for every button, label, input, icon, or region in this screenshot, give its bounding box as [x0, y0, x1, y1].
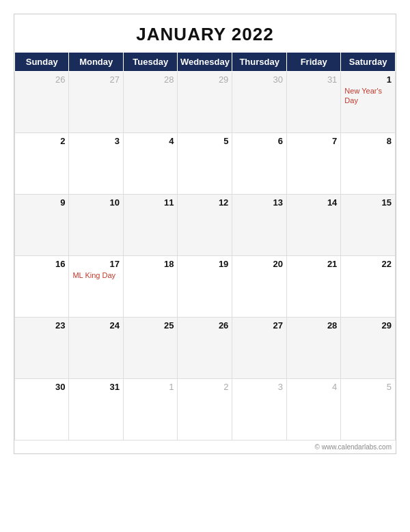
- day-number: 31: [72, 382, 120, 392]
- calendar-day: 23: [15, 318, 69, 379]
- calendar-day: 8: [341, 133, 396, 195]
- day-number: 14: [290, 197, 337, 208]
- day-number: 5: [181, 136, 228, 146]
- calendar-day: 31: [69, 379, 124, 440]
- calendar-day: 12: [178, 195, 232, 256]
- week-row-0: 2627282930311New Year's Day: [15, 72, 396, 133]
- day-number: 3: [236, 382, 283, 392]
- day-number: 12: [181, 197, 228, 208]
- calendar-day: 10: [69, 195, 124, 256]
- calendar-day: 27: [232, 318, 287, 379]
- day-number: 30: [18, 382, 65, 392]
- holiday-label: ML King Day: [72, 270, 120, 280]
- day-number: 2: [18, 136, 65, 146]
- day-number: 6: [236, 136, 283, 146]
- week-row-5: 303112345: [15, 379, 396, 440]
- day-number: 7: [290, 136, 337, 146]
- calendar-day: 18: [123, 256, 178, 318]
- day-number: 26: [181, 320, 228, 331]
- day-number: 24: [72, 320, 120, 331]
- calendar-day: 4: [123, 133, 178, 195]
- day-number: 9: [18, 197, 65, 208]
- calendar-day: 14: [287, 195, 341, 256]
- day-number: 17: [72, 259, 120, 269]
- day-number: 25: [127, 320, 174, 331]
- calendar-day: 1: [123, 379, 178, 440]
- calendar-container: JANUARY 2022 SundayMondayTuesdayWednesda…: [14, 14, 396, 454]
- calendar-day: 9: [15, 195, 69, 256]
- holiday-label: New Year's Day: [344, 86, 392, 106]
- calendar-body: 2627282930311New Year's Day2345678910111…: [15, 72, 396, 440]
- calendar-day: 17ML King Day: [69, 256, 124, 318]
- calendar-day: 27: [69, 72, 124, 133]
- day-number: 4: [290, 382, 337, 392]
- day-number: 13: [236, 197, 283, 208]
- day-number: 26: [18, 74, 65, 85]
- column-header-tuesday: Tuesday: [123, 53, 178, 72]
- day-number: 5: [344, 382, 392, 392]
- column-header-monday: Monday: [69, 53, 124, 72]
- day-number: 19: [181, 259, 228, 269]
- calendar-day: 25: [123, 318, 178, 379]
- calendar-grid: SundayMondayTuesdayWednesdayThursdayFrid…: [14, 52, 396, 440]
- day-number: 31: [290, 74, 337, 85]
- calendar-day: 28: [123, 72, 178, 133]
- calendar-day: 13: [232, 195, 287, 256]
- day-number: 10: [72, 197, 120, 208]
- day-number: 18: [127, 259, 174, 269]
- day-number: 16: [18, 259, 65, 269]
- calendar-header-row: SundayMondayTuesdayWednesdayThursdayFrid…: [15, 53, 396, 72]
- column-header-wednesday: Wednesday: [178, 53, 232, 72]
- calendar-day: 6: [232, 133, 287, 195]
- calendar-day: 28: [287, 318, 341, 379]
- calendar-day: 29: [341, 318, 396, 379]
- column-header-saturday: Saturday: [341, 53, 396, 72]
- calendar-day: 26: [15, 72, 69, 133]
- column-header-friday: Friday: [287, 53, 341, 72]
- day-number: 23: [18, 320, 65, 331]
- calendar-day: 11: [123, 195, 178, 256]
- calendar-day: 2: [178, 379, 232, 440]
- calendar-day: 24: [69, 318, 124, 379]
- day-number: 30: [236, 74, 283, 85]
- day-number: 11: [127, 197, 174, 208]
- calendar-day: 20: [232, 256, 287, 318]
- calendar-day: 16: [15, 256, 69, 318]
- day-number: 28: [127, 74, 174, 85]
- calendar-day: 4: [287, 379, 341, 440]
- calendar-day: 7: [287, 133, 341, 195]
- week-row-4: 23242526272829: [15, 318, 396, 379]
- calendar-day: 30: [15, 379, 69, 440]
- calendar-day: 30: [232, 72, 287, 133]
- day-number: 4: [127, 136, 174, 146]
- calendar-footer: © www.calendarlabs.com: [14, 440, 396, 453]
- calendar-day: 5: [341, 379, 396, 440]
- day-number: 15: [344, 197, 392, 208]
- day-number: 29: [344, 320, 392, 331]
- calendar-title: JANUARY 2022: [14, 14, 396, 52]
- calendar-day: 5: [178, 133, 232, 195]
- day-number: 28: [290, 320, 337, 331]
- calendar-day: 19: [178, 256, 232, 318]
- column-header-sunday: Sunday: [15, 53, 69, 72]
- calendar-day: 2: [15, 133, 69, 195]
- day-number: 21: [290, 259, 337, 269]
- day-number: 27: [72, 74, 120, 85]
- calendar-day: 1New Year's Day: [341, 72, 396, 133]
- week-row-2: 9101112131415: [15, 195, 396, 256]
- day-number: 1: [344, 74, 392, 85]
- day-number: 1: [127, 382, 174, 392]
- week-row-1: 2345678: [15, 133, 396, 195]
- day-number: 8: [344, 136, 392, 146]
- calendar-day: 15: [341, 195, 396, 256]
- calendar-day: 3: [69, 133, 124, 195]
- column-header-thursday: Thursday: [232, 53, 287, 72]
- calendar-day: 29: [178, 72, 232, 133]
- calendar-day: 21: [287, 256, 341, 318]
- calendar-day: 22: [341, 256, 396, 318]
- day-number: 27: [236, 320, 283, 331]
- calendar-day: 26: [178, 318, 232, 379]
- day-number: 3: [72, 136, 120, 146]
- day-number: 29: [181, 74, 228, 85]
- week-row-3: 1617ML King Day1819202122: [15, 256, 396, 318]
